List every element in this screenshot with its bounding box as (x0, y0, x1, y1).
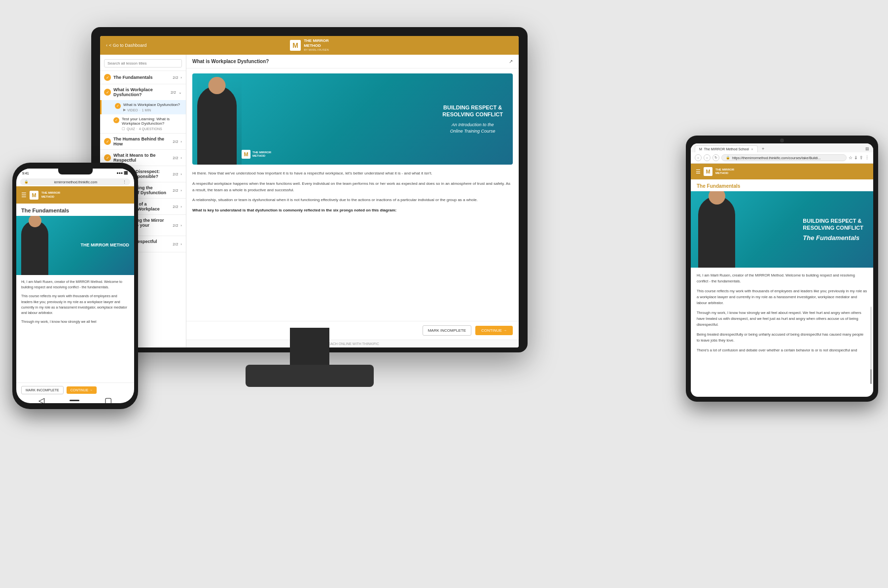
forward-button[interactable]: › (704, 154, 710, 161)
section-respectful-fraction: 2/2 (173, 156, 178, 160)
section-check-icon (104, 138, 111, 145)
sidebar-item-workplace-dysfunction-quiz[interactable]: Test your Learning: What is Workplace Dy… (100, 114, 186, 133)
tablet-nav-controls: ☆ ⇓ ⇧ ⋮ (849, 155, 869, 160)
phone-menu-dots[interactable]: ⋮ (123, 180, 126, 184)
sidebar-item-meta: ▢ QUIZ · 4 QUESTIONS (122, 127, 182, 131)
tablet-active-tab[interactable]: M The MIRROR Method School ✕ (695, 145, 758, 152)
tablet-text-section: Hi, I am Marli Rusen, creator of the MIR… (691, 268, 873, 397)
sidebar-search-area (100, 55, 186, 71)
sidebar-section-workplace-dysfunction: What is Workplace Dysfunction? 2/2 ⌄ Wha… (100, 84, 186, 134)
square-icon[interactable]: ▢ (105, 396, 112, 404)
phone-video-text-overlay: THE MIRROR METHOD (81, 242, 130, 248)
search-input[interactable] (104, 59, 182, 68)
desktop-monitor: ‹ < Go to Dashboard M THE MIRROR METHOD … (91, 27, 528, 426)
refresh-button[interactable]: ↻ (712, 154, 719, 161)
video-logo-text: THE MIRROR METHOD (252, 151, 271, 158)
tablet-device: M The MIRROR Method School ✕ + ⊞ ‹ › ↻ 🔒 (686, 136, 878, 402)
monitor-footer: MARK INCOMPLETE CONTINUE → (186, 321, 519, 340)
tablet-frame: M The MIRROR Method School ✕ + ⊞ ‹ › ↻ 🔒 (686, 136, 878, 402)
tablet-url-bar[interactable]: 🔒 https://themirrormethod.thinkific.com/… (721, 154, 847, 161)
phone-mark-incomplete-button[interactable]: MARK INCOMPLETE (21, 386, 64, 394)
video-text-overlay: BUILDING RESPECT & RESOLVING CONFLICT An… (442, 104, 503, 135)
section-chevron-icon: › (180, 156, 182, 160)
tablet-scrollbar[interactable] (870, 307, 872, 384)
tablet-logo-text: THE MIRROR METHOD (715, 168, 734, 175)
phone-screen: 9:41 ●●● ⬛ 🔒 iemirrormethod.thinkific.co… (16, 169, 134, 403)
monitor-neck (290, 328, 329, 367)
video-icon: ▶ (123, 108, 126, 112)
sidebar-section-dysfunction-header[interactable]: What is Workplace Dysfunction? 2/2 ⌄ (100, 84, 186, 100)
section-humans-title: The Humans Behind the How (113, 137, 170, 146)
phone-video-area[interactable]: THE MIRROR METHOD (16, 216, 134, 275)
phone-home-bar: ◁ ▢ (16, 397, 134, 403)
phone-person-head (29, 216, 41, 227)
expand-icon[interactable]: ↗ (509, 59, 513, 64)
tablet-video-area[interactable]: BUILDING RESPECT & RESOLVING CONFLICT Th… (691, 191, 873, 268)
quiz-icon: ▢ (122, 127, 125, 131)
section-spectrum-fraction: 2/2 (173, 188, 178, 193)
tablet-scrollbar-thumb[interactable] (870, 369, 872, 384)
new-tab-icon[interactable]: + (760, 146, 766, 151)
video-title: BUILDING RESPECT & RESOLVING CONFLICT (442, 104, 503, 118)
item-check-icon (115, 103, 121, 109)
download-icon[interactable]: ⇓ (854, 155, 858, 160)
person-head (209, 77, 226, 94)
home-button[interactable] (70, 400, 79, 401)
back-icon[interactable]: ◁ (38, 396, 44, 404)
tablet-logo-letter: M (704, 167, 712, 176)
paragraph-2: A respectful workplace happens when the … (192, 181, 513, 194)
star-icon[interactable]: ☆ (849, 155, 852, 160)
section-chevron-icon: › (180, 139, 182, 144)
tablet-person-head (709, 191, 725, 205)
phone-video-title: THE MIRROR METHOD (81, 242, 130, 248)
section-fundamentals-fraction: 2/2 (173, 75, 178, 80)
back-to-dashboard-button[interactable]: ‹ < Go to Dashboard (106, 43, 146, 48)
mobile-phone: 9:41 ●●● ⬛ 🔒 iemirrormethod.thinkific.co… (12, 163, 138, 409)
monitor-content-header: What is Workplace Dysfunction? ↗ (186, 55, 519, 69)
continue-button[interactable]: CONTINUE → (475, 326, 513, 335)
phone-continue-button[interactable]: CONTINUE → (67, 386, 97, 394)
monitor-screen: ‹ < Go to Dashboard M THE MIRROR METHOD … (100, 36, 519, 347)
sidebar-section-fundamentals-header[interactable]: The Fundamentals 2/2 › (100, 71, 186, 84)
video-person-graphic (197, 73, 242, 165)
section-chevron-icon: › (180, 242, 182, 246)
phone-logo-letter: M (30, 191, 38, 200)
tablet-paragraph-1: Hi, I am Marli Rusen, creator of the MIR… (697, 273, 867, 284)
sidebar-item-workplace-dysfunction-video[interactable]: What is Workplace Dysfunction? ▶ VIDEO ·… (100, 100, 186, 114)
monitor-logo-letter: M (290, 40, 301, 51)
monitor-main-content: What is Workplace Dysfunction? ↗ (186, 55, 519, 347)
share-icon[interactable]: ⇧ (859, 155, 863, 160)
sidebar-section-humans-header[interactable]: The Humans Behind the How 2/2 › (100, 134, 186, 149)
section-fundamentals-title: The Fundamentals (113, 75, 170, 80)
phone-paragraph-2: This course reflects my work with thousa… (21, 293, 129, 315)
section-chevron-icon: › (180, 223, 182, 228)
phone-url-bar[interactable]: 🔒 iemirrormethod.thinkific.com ⋮ (20, 178, 130, 185)
tablet-screen: M The MIRROR Method School ✕ + ⊞ ‹ › ↻ 🔒 (691, 143, 873, 397)
item-check-icon (113, 117, 119, 123)
tablet-nav-bar: ‹ › ↻ 🔒 https://themirrormethod.thinkifi… (691, 152, 873, 163)
tab-close-icon[interactable]: ✕ (751, 147, 753, 151)
tablet-url-text: https://themirrormethod.thinkific.com/co… (732, 156, 820, 160)
tab-label: The MIRROR Method School (704, 147, 749, 151)
content-lesson-title: What is Workplace Dysfunction? (192, 59, 269, 64)
video-thumbnail[interactable]: BUILDING RESPECT & RESOLVING CONFLICT An… (192, 73, 513, 165)
phone-url-text: iemirrormethod.thinkific.com (54, 180, 98, 184)
monitor-stand (246, 365, 374, 387)
tablet-paragraph-2: This course reflects my work with thousa… (697, 288, 867, 306)
tab-grid-icon[interactable]: ⊞ (865, 146, 869, 151)
hamburger-icon[interactable]: ☰ (21, 192, 27, 199)
section-humans-fraction: 2/2 (173, 139, 178, 144)
monitor-frame: ‹ < Go to Dashboard M THE MIRROR METHOD … (91, 27, 528, 352)
phone-paragraph-1: Hi, I am Marli Rusen, creator of the MIR… (21, 279, 129, 290)
section-chevron-icon: › (180, 205, 182, 209)
phone-site-header: ☰ M THE MIRROR METHOD (16, 186, 134, 204)
section-chevron-icon: › (180, 172, 182, 176)
sidebar-item-meta: ▶ VIDEO · 1 MIN (123, 108, 180, 112)
menu-dots-icon[interactable]: ⋮ (865, 155, 869, 160)
section-chevron-icon: ⌄ (178, 90, 182, 95)
mark-incomplete-button[interactable]: MARK INCOMPLETE (423, 325, 471, 336)
back-button[interactable]: ‹ (695, 154, 702, 161)
section-check-icon (104, 154, 111, 161)
phone-footer: MARK INCOMPLETE CONTINUE → (16, 382, 134, 397)
tablet-hamburger-icon[interactable]: ☰ (696, 169, 701, 175)
